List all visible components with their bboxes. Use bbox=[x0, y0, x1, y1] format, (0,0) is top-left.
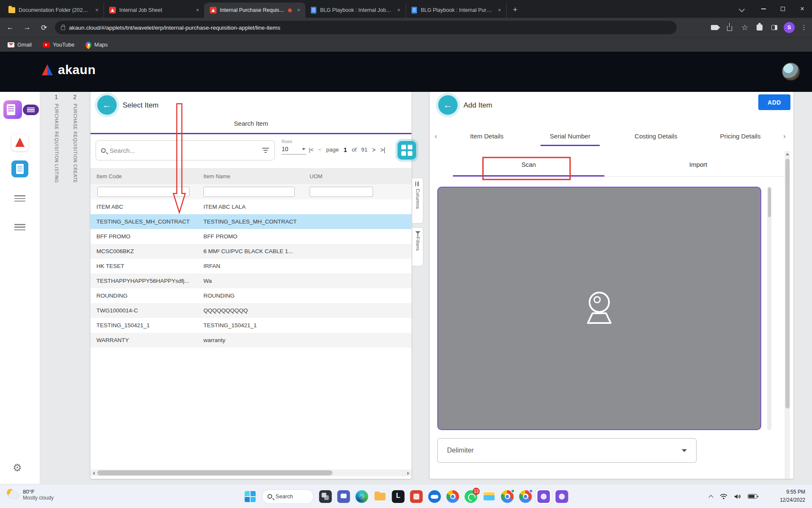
panel-scrollbar[interactable] bbox=[785, 151, 790, 479]
step-purchase-requisition-listing[interactable]: 1 PURCHASE REQUISITION LISTING bbox=[50, 94, 63, 183]
scan-area-scrollbar[interactable] bbox=[767, 187, 771, 430]
grid-view-button[interactable] bbox=[398, 141, 416, 160]
back-icon[interactable]: ← bbox=[3, 21, 17, 34]
vertical-scroll-thumb[interactable] bbox=[785, 159, 790, 409]
column-item-name[interactable]: Item Name bbox=[198, 173, 304, 179]
chrome-icon[interactable] bbox=[447, 490, 459, 503]
item-search-box[interactable] bbox=[96, 140, 275, 160]
rows-per-page-select[interactable]: 10 bbox=[282, 146, 306, 155]
table-row[interactable]: TESTHAPPYHAPPY56HAPPYsdfj... Wa bbox=[91, 273, 411, 288]
address-bar[interactable]: akaun.cloud/#/applets/tnt/wavelet/erp/in… bbox=[55, 21, 677, 34]
notepad-applet-icon[interactable] bbox=[3, 100, 22, 119]
table-row[interactable]: BFF PROMO BFF PROMO bbox=[91, 229, 411, 244]
settings-gear-icon[interactable]: ⚙ bbox=[13, 462, 22, 474]
first-page-button[interactable]: |< bbox=[309, 146, 313, 153]
taskbar-clock[interactable]: 9:55 PM 12/24/2022 bbox=[780, 488, 805, 504]
rows-per-page-control[interactable]: Rows 10 bbox=[282, 139, 306, 155]
sidebar-red-applet-icon[interactable] bbox=[11, 134, 28, 151]
tab-close-icon[interactable]: × bbox=[496, 7, 503, 14]
tab-close-icon[interactable]: × bbox=[93, 7, 100, 14]
column-item-code[interactable]: Item Code bbox=[91, 173, 198, 179]
tab-close-icon[interactable]: × bbox=[194, 7, 201, 14]
browser-menu-icon[interactable]: ⋮ bbox=[798, 22, 809, 33]
browser-profile-avatar[interactable]: S bbox=[784, 22, 795, 33]
tab-search-chevron-icon[interactable] bbox=[736, 3, 748, 15]
table-row[interactable]: HK TESET IRFAN bbox=[91, 259, 411, 273]
add-item-back-button[interactable]: ← bbox=[438, 95, 458, 115]
new-tab-button[interactable]: + bbox=[509, 4, 521, 16]
screenshot-app-icon[interactable] bbox=[538, 490, 550, 503]
table-row[interactable]: ITEM ABC ITEM ABC LALA bbox=[91, 199, 411, 214]
tab-internal-purchase-requisition[interactable]: Internal Purchase Requisition × bbox=[205, 3, 305, 18]
step-purchase-requisition-create[interactable]: 2 PURCHASE REQUISITION CREATE bbox=[69, 94, 81, 183]
filter-list-icon[interactable] bbox=[262, 147, 269, 153]
columns-drawer-tab[interactable]: Columns bbox=[412, 178, 423, 224]
hidden-icons-chevron[interactable] bbox=[709, 494, 713, 499]
sidebar-list-icon-2[interactable] bbox=[11, 219, 28, 236]
subtab-import[interactable]: Import bbox=[614, 161, 783, 168]
tab-search-item[interactable]: Search Item bbox=[91, 120, 411, 127]
bookmark-maps[interactable]: Maps bbox=[85, 41, 108, 48]
horizontal-scroll-thumb[interactable] bbox=[97, 470, 332, 475]
scroll-left-icon[interactable] bbox=[91, 469, 97, 476]
task-view-icon[interactable] bbox=[319, 490, 332, 503]
wifi-icon[interactable] bbox=[720, 494, 727, 500]
minimize-button[interactable] bbox=[754, 0, 773, 18]
side-panel-icon[interactable] bbox=[769, 22, 780, 33]
table-row[interactable]: ROUNDING ROUNDING bbox=[91, 288, 411, 303]
chrome-profile-icon-2[interactable] bbox=[519, 490, 532, 503]
search-input[interactable] bbox=[110, 147, 258, 154]
l-app-icon[interactable]: L bbox=[392, 490, 405, 503]
bookmark-youtube[interactable]: YouTube bbox=[43, 41, 74, 48]
forward-icon[interactable]: → bbox=[20, 21, 34, 34]
tab-close-icon[interactable]: × bbox=[395, 7, 402, 14]
next-page-button[interactable]: > bbox=[372, 146, 376, 153]
tab-costing-details[interactable]: Costing Details bbox=[624, 133, 688, 140]
filters-drawer-tab[interactable]: Filters bbox=[412, 227, 423, 266]
whatsapp-icon[interactable]: 13 bbox=[465, 490, 477, 503]
purple-app-icon[interactable] bbox=[556, 490, 568, 503]
table-row[interactable]: TWG1000014-C QQQQQQQQQQ bbox=[91, 303, 411, 318]
table-row[interactable]: TESTING_150421_1 TESTING_150421_1 bbox=[91, 318, 411, 333]
user-avatar[interactable] bbox=[782, 62, 800, 81]
extensions-icon[interactable] bbox=[754, 22, 765, 33]
prev-page-button[interactable]: < bbox=[318, 146, 321, 153]
sidebar-document-applet-icon[interactable] bbox=[11, 160, 28, 177]
screen-record-icon[interactable] bbox=[710, 22, 721, 33]
akaun-logo[interactable]: akaun bbox=[41, 63, 96, 77]
sidebar-list-icon[interactable] bbox=[11, 190, 28, 207]
reload-icon[interactable]: ⟳ bbox=[37, 21, 51, 34]
blue-app-icon[interactable] bbox=[428, 490, 441, 503]
red-app-icon[interactable] bbox=[410, 490, 423, 503]
tab-pricing-details[interactable]: Pricing Details bbox=[710, 133, 771, 140]
horizontal-scrollbar[interactable] bbox=[91, 469, 411, 476]
bookmark-gmail[interactable]: Gmail bbox=[8, 41, 32, 48]
select-item-back-button[interactable]: ← bbox=[97, 95, 117, 115]
close-button[interactable]: × bbox=[793, 0, 812, 18]
delimiter-dropdown[interactable]: Delimiter bbox=[437, 438, 697, 463]
edge-icon[interactable] bbox=[356, 490, 368, 503]
folder-app-icon[interactable] bbox=[374, 490, 387, 503]
battery-icon[interactable] bbox=[748, 494, 757, 499]
windows-start-button[interactable] bbox=[244, 490, 257, 503]
scroll-right-icon[interactable] bbox=[405, 469, 411, 476]
volume-icon[interactable] bbox=[734, 494, 741, 500]
weather-widget[interactable]: 80°F Mostly cloudy bbox=[6, 488, 54, 501]
applet-menu-pill-icon[interactable] bbox=[23, 105, 39, 115]
tab-blg-playbook-purchase[interactable]: BLG Playbook : Internal Purchase × bbox=[406, 3, 507, 18]
tabs-scroll-right-icon[interactable]: › bbox=[783, 132, 786, 141]
maximize-button[interactable] bbox=[773, 0, 793, 18]
add-button[interactable]: ADD bbox=[758, 94, 790, 110]
uom-filter-input[interactable] bbox=[310, 187, 373, 197]
table-row-selected[interactable]: TESTING_SALES_MH_CONTRACT TESTING_SALES_… bbox=[91, 214, 411, 229]
table-row[interactable]: WARRANTY warranty bbox=[91, 333, 411, 348]
bookmark-star-icon[interactable]: ☆ bbox=[739, 22, 750, 33]
share-icon[interactable] bbox=[724, 22, 735, 33]
tab-close-icon[interactable]: × bbox=[295, 7, 302, 14]
tab-internal-job-sheet[interactable]: Internal Job Sheet × bbox=[104, 3, 205, 18]
teams-icon[interactable] bbox=[337, 490, 350, 503]
item-name-filter-input[interactable] bbox=[203, 187, 295, 197]
tab-item-details[interactable]: Item Details bbox=[459, 133, 514, 140]
file-explorer-icon[interactable] bbox=[483, 490, 496, 503]
subtab-scan[interactable]: Scan bbox=[453, 161, 604, 168]
